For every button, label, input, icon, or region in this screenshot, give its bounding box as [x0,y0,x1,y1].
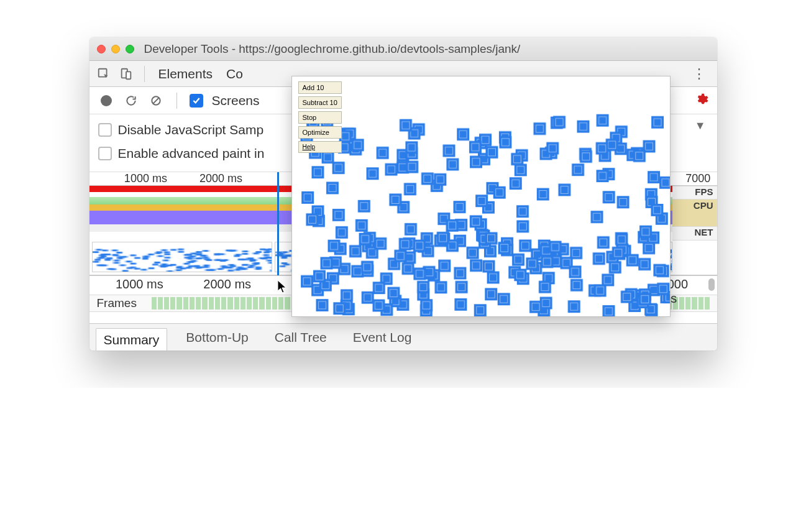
screenshot-preview-popup: Add 10 Subtract 10 Stop Optimize Help [291,76,671,317]
device-toolbar-icon[interactable] [118,66,134,82]
minimize-window-button[interactable] [111,45,120,53]
screenshot-thumb[interactable] [92,242,273,272]
ruler-tick: 1000 ms [124,172,167,185]
preview-btn-help: Help [298,141,342,153]
disable-js-samples-checkbox[interactable] [98,123,112,137]
net-label: NET [672,227,717,241]
svg-rect-2 [126,71,131,79]
record-button[interactable] [98,93,114,109]
kebab-menu-icon[interactable]: ⋮ [687,66,711,82]
ruler-tick: 2000 ms [203,277,251,291]
ruler-tick: 1000 ms [116,277,163,291]
tab-event-log[interactable]: Event Log [346,326,419,349]
close-window-button[interactable] [97,45,106,53]
clear-icon[interactable] [148,93,164,109]
preview-buttons: Add 10 Subtract 10 Stop Optimize Help [298,81,342,153]
tab-summary[interactable]: Summary [96,328,168,351]
tab-call-tree[interactable]: Call Tree [267,326,334,349]
maximize-window-button[interactable] [126,45,134,53]
tab-console-truncated[interactable]: Co [222,66,247,81]
settings-gear-icon[interactable] [695,93,708,109]
preview-btn-subtract10: Subtract 10 [298,96,342,109]
fps-label: FPS [672,186,717,200]
preview-btn-stop: Stop [298,111,342,124]
traffic-lights [97,45,134,53]
window-title: Developer Tools - https://googlechrome.g… [144,42,521,56]
details-tabs: Summary Bottom-Up Call Tree Event Log [89,323,717,351]
window-titlebar: Developer Tools - https://googlechrome.g… [89,37,717,61]
frames-label: Frames [89,296,152,310]
separator [176,93,177,109]
cpu-label: CPU [672,200,717,227]
screenshots-checkbox[interactable] [190,94,203,108]
playhead[interactable] [277,172,279,275]
screenshots-label: Screens [212,93,260,108]
mouse-cursor-icon [277,280,288,297]
preview-btn-add10: Add 10 [298,81,342,94]
reload-icon[interactable] [123,93,139,109]
inspect-element-icon[interactable] [96,66,112,82]
enable-paint-label: Enable advanced paint in [118,146,265,161]
separator [144,66,145,82]
collapse-options-icon[interactable]: ▼ [695,119,706,132]
preview-btn-optimize: Optimize [298,126,342,139]
preview-canvas [292,76,670,316]
ruler-tick: 2000 ms [199,172,242,185]
track-labels: FPS CPU NET [672,186,717,241]
scrollbar-thumb[interactable] [708,278,715,291]
tab-elements[interactable]: Elements [155,66,217,81]
devtools-window: Developer Tools - https://googlechrome.g… [89,37,717,351]
enable-paint-checkbox[interactable] [98,147,112,160]
disable-js-samples-label: Disable JavaScript Samp [118,122,264,137]
tab-bottom-up[interactable]: Bottom-Up [178,326,255,349]
